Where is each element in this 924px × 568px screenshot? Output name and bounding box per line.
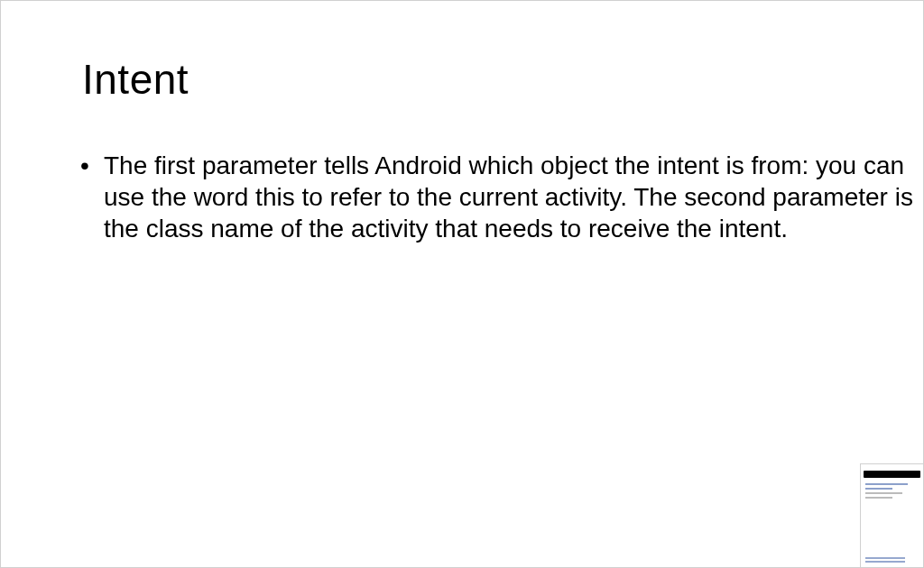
bullet-item: The first parameter tells Android which … <box>80 150 923 244</box>
bullet-list: The first parameter tells Android which … <box>80 150 923 244</box>
thumbnail-preview <box>864 467 920 564</box>
slide-frame: Intent The first parameter tells Android… <box>0 0 924 568</box>
next-slide-thumbnail[interactable] <box>860 463 923 567</box>
slide-title: Intent <box>82 55 189 104</box>
